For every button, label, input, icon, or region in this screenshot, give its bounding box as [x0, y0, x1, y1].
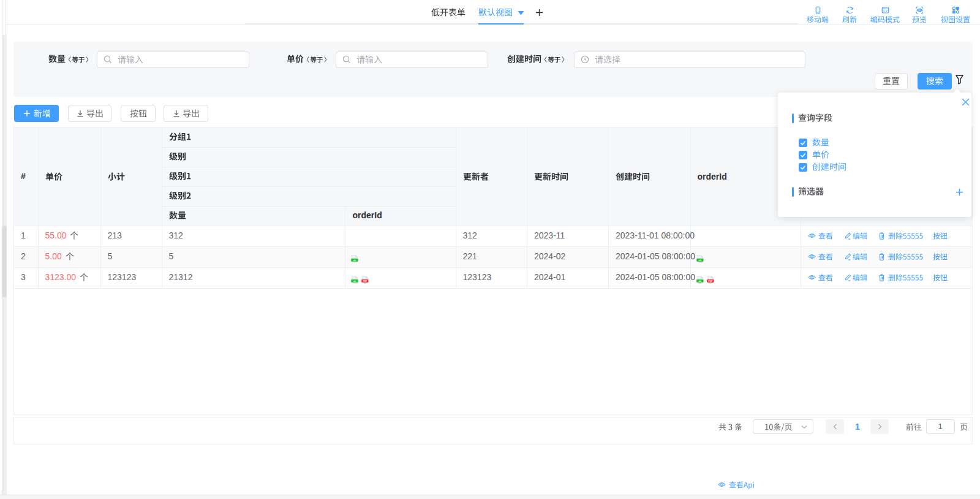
svg-text:xls: xls	[699, 280, 702, 282]
svg-text:PDF: PDF	[708, 280, 712, 282]
svg-text:xls: xls	[699, 259, 702, 261]
svg-text:PDF: PDF	[363, 280, 367, 282]
svg-text:xls: xls	[353, 259, 356, 261]
svg-text:xls: xls	[353, 280, 356, 282]
